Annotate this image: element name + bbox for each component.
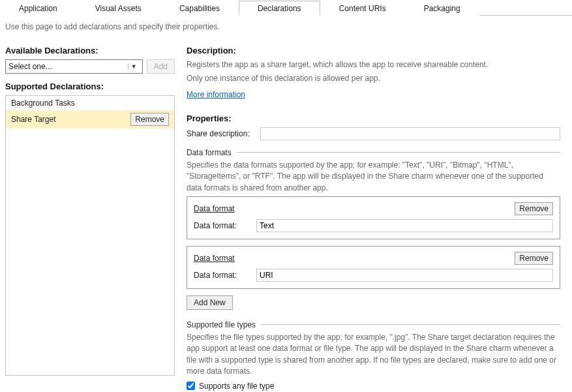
tab-packaging[interactable]: Packaging — [405, 1, 479, 16]
available-declarations-select[interactable]: Select one... ▼ — [5, 59, 143, 74]
add-button[interactable]: Add — [147, 59, 175, 74]
remove-button[interactable]: Remove — [130, 113, 169, 126]
list-item-label: Background Tasks — [11, 98, 75, 108]
properties-title: Properties: — [187, 113, 560, 123]
tab-bar: Application Visual Assets Capabilities D… — [0, 0, 572, 16]
share-description-label: Share description: — [187, 129, 255, 138]
data-format-box: Data format Remove Data format: — [187, 196, 560, 239]
data-formats-help: Specifies the data formats supported by … — [187, 160, 560, 194]
tab-capabilities[interactable]: Capabilities — [160, 1, 239, 16]
supports-any-file-type-checkbox[interactable] — [187, 382, 195, 390]
supported-file-types-group-title: Supported file types — [187, 320, 256, 329]
list-item[interactable]: Share Target Remove — [6, 110, 174, 128]
page-hint: Use this page to add declarations and sp… — [0, 16, 572, 38]
description-text: Only one instance of this declaration is… — [187, 73, 560, 84]
tab-application[interactable]: Application — [0, 1, 76, 16]
add-new-button[interactable]: Add New — [187, 295, 233, 310]
description-title: Description: — [187, 46, 560, 55]
available-declarations-title: Available Declarations: — [5, 46, 175, 55]
divider — [237, 152, 560, 153]
select-value: Select one... — [8, 62, 52, 71]
data-format-header[interactable]: Data format — [194, 254, 235, 263]
supported-declarations-title: Supported Declarations: — [5, 82, 175, 91]
tab-declarations[interactable]: Declarations — [239, 1, 320, 16]
tab-content-uris[interactable]: Content URIs — [320, 1, 405, 16]
chevron-down-icon: ▼ — [128, 63, 140, 70]
data-formats-group-title: Data formats — [187, 148, 232, 157]
data-format-input[interactable] — [256, 269, 553, 282]
data-format-label: Data format: — [194, 271, 251, 280]
list-item[interactable]: Background Tasks — [6, 96, 174, 110]
supports-any-file-type-label: Supports any file type — [199, 382, 274, 391]
tab-visual-assets[interactable]: Visual Assets — [76, 1, 160, 16]
description-text: Registers the app as a share target, whi… — [187, 59, 560, 70]
supported-declarations-list: Background Tasks Share Target Remove — [5, 95, 175, 376]
divider — [261, 324, 560, 325]
data-format-label: Data format: — [194, 221, 251, 230]
more-information-link[interactable]: More information — [187, 90, 245, 99]
data-format-header[interactable]: Data format — [194, 204, 235, 213]
file-types-help: Specifies the file types supported by th… — [187, 332, 560, 378]
data-format-box: Data format Remove Data format: — [187, 246, 560, 289]
list-item-label: Share Target — [11, 115, 56, 124]
share-description-input[interactable] — [260, 127, 560, 140]
data-format-input[interactable] — [256, 219, 553, 232]
remove-button[interactable]: Remove — [515, 252, 553, 265]
remove-button[interactable]: Remove — [515, 202, 553, 215]
